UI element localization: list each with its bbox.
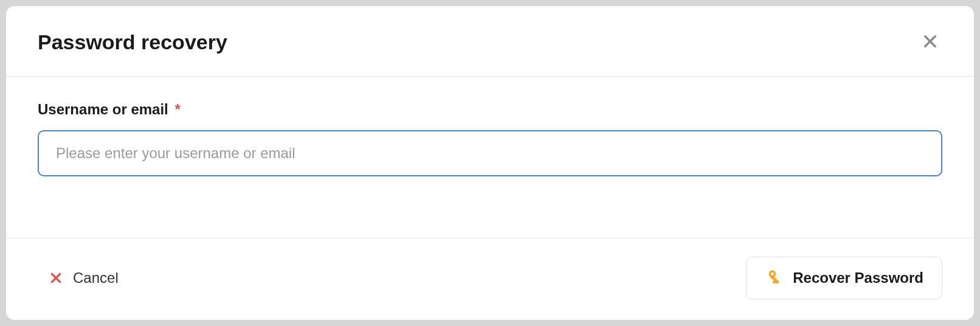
username-input[interactable]: [38, 130, 942, 176]
cancel-button[interactable]: Cancel: [43, 263, 126, 293]
close-button[interactable]: [918, 29, 942, 55]
cancel-label: Cancel: [73, 269, 119, 286]
cancel-x-icon: [50, 272, 62, 284]
recover-password-button[interactable]: Recover Password: [746, 257, 942, 299]
recover-label: Recover Password: [793, 269, 923, 286]
username-label-text: Username or email: [38, 101, 168, 117]
modal-title: Password recovery: [38, 30, 227, 54]
password-recovery-modal: Password recovery Username or email *: [6, 6, 974, 320]
modal-body: Username or email *: [6, 77, 974, 238]
modal-footer: Cancel Recover Password: [6, 238, 974, 320]
modal-header: Password recovery: [6, 6, 974, 77]
key-icon: [765, 269, 782, 286]
username-label: Username or email *: [38, 101, 942, 118]
close-icon: [922, 33, 939, 52]
required-asterisk: *: [174, 101, 180, 117]
